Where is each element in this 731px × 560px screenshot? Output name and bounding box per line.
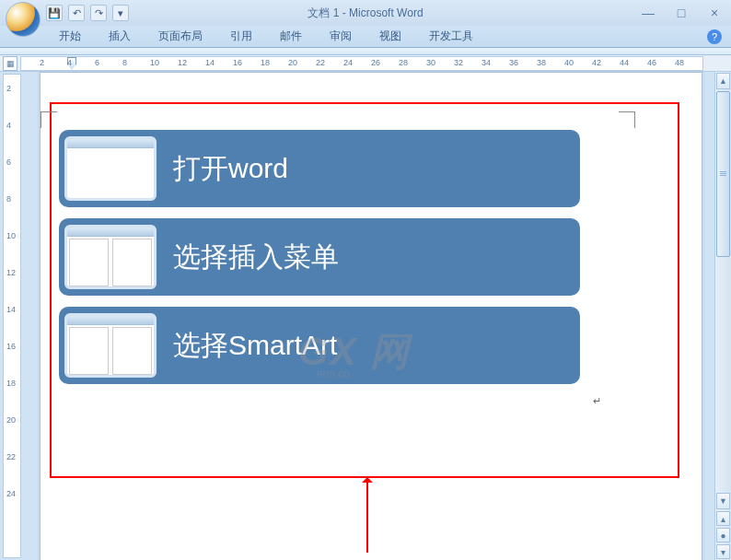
save-button[interactable]: 💾	[46, 5, 63, 21]
browse-object-button[interactable]: ●	[716, 528, 730, 542]
tab-pagelayout[interactable]: 页面布局	[145, 26, 215, 47]
ruler-tick: 6	[6, 158, 11, 167]
ruler-tick: 18	[6, 379, 16, 388]
ruler-tick: 8	[122, 58, 127, 67]
ruler-tick: 18	[261, 58, 270, 67]
document-page[interactable]: 打开word 选择插入菜单 选择SmartArt ↵ GX 网 tem.co	[40, 72, 702, 560]
ruler-tick: 2	[40, 58, 44, 67]
thumb-menu-icon	[64, 225, 157, 289]
window-controls: — □ ×	[637, 6, 725, 20]
ruler-tick: 36	[509, 58, 518, 67]
prev-page-button[interactable]: ▴	[716, 511, 730, 526]
tab-mailings[interactable]: 邮件	[267, 26, 315, 47]
smartart-text-2: 选择插入菜单	[173, 239, 339, 276]
thumb-blank-icon	[64, 136, 157, 201]
smartart-text-1: 打开word	[173, 150, 288, 188]
ruler-tick: 42	[592, 58, 601, 67]
ribbon-body	[0, 48, 731, 55]
ruler-tick: 2	[6, 84, 11, 93]
ruler-tick: 28	[399, 58, 408, 67]
ruler-tick: 16	[233, 58, 242, 67]
maximize-button[interactable]: □	[670, 6, 692, 20]
scroll-up-button[interactable]: ▲	[716, 73, 730, 89]
ruler-tick: 10	[150, 58, 159, 67]
close-button[interactable]: ×	[703, 6, 725, 20]
tab-review[interactable]: 审阅	[317, 26, 365, 47]
smartart-text-3: 选择SmartArt	[173, 327, 337, 365]
tab-references[interactable]: 引用	[217, 26, 265, 47]
scroll-down-button[interactable]: ▼	[716, 493, 730, 509]
smartart-item-2[interactable]: 选择插入菜单	[59, 218, 580, 296]
smartart-item-1[interactable]: 打开word	[59, 130, 580, 207]
ruler-tick: 10	[6, 231, 16, 240]
ruler-tick: 34	[482, 58, 491, 67]
horizontal-ruler-row: ▦ 24681012141618202224262830323436384042…	[0, 55, 731, 72]
ruler-tick: 12	[178, 58, 187, 67]
ruler-tick: 44	[620, 58, 629, 67]
annotation-arrow-icon	[366, 479, 368, 553]
ruler-tick: 20	[6, 415, 16, 425]
titlebar: 💾 ↶ ↷ ▾ 文档 1 - Microsoft Word — □ ×	[0, 0, 731, 26]
ruler-tick: 32	[454, 58, 463, 67]
margin-corner-tr	[619, 111, 635, 128]
tab-home[interactable]: 开始	[46, 26, 94, 47]
minimize-button[interactable]: —	[637, 6, 659, 20]
tab-view[interactable]: 视图	[366, 26, 414, 47]
smartart-graphic[interactable]: 打开word 选择插入菜单 选择SmartArt	[59, 130, 580, 395]
ruler-tick: 38	[537, 58, 546, 67]
window-title: 文档 1 - Microsoft Word	[307, 6, 423, 21]
ruler-tick: 22	[316, 58, 325, 67]
paragraph-mark: ↵	[593, 395, 601, 407]
ruler-tick: 20	[288, 58, 297, 67]
vertical-ruler[interactable]: 24681012141618202224	[3, 74, 21, 558]
thumb-smartart-icon	[64, 313, 157, 378]
ruler-tick: 24	[343, 58, 353, 67]
ruler-tick: 16	[6, 342, 16, 351]
ruler-tick: 6	[95, 58, 99, 67]
margin-corner-tl	[41, 111, 57, 128]
scroll-track[interactable]	[716, 91, 730, 491]
help-icon[interactable]: ?	[707, 29, 722, 44]
smartart-item-3[interactable]: 选择SmartArt	[59, 307, 580, 384]
redo-button[interactable]: ↷	[90, 5, 107, 21]
ruler-tick: 4	[67, 58, 72, 67]
ruler-tick: 26	[371, 58, 380, 67]
scroll-thumb[interactable]	[716, 91, 730, 257]
tab-insert[interactable]: 插入	[96, 26, 144, 47]
horizontal-ruler[interactable]: 2468101214161820222426283032343638404244…	[20, 56, 703, 71]
ruler-tick: 12	[6, 268, 16, 277]
ruler-tick: 14	[205, 58, 215, 67]
work-area: 24681012141618202224 打开word 选择插入菜单	[0, 72, 731, 560]
tab-selector-button[interactable]: ▦	[3, 56, 17, 71]
vertical-scrollbar[interactable]: ▲ ▼ ▴ ● ▾	[714, 72, 731, 560]
ruler-tick: 22	[6, 452, 16, 461]
ruler-tick: 8	[6, 194, 11, 204]
quick-access-toolbar: 💾 ↶ ↷ ▾	[46, 5, 129, 21]
tab-developer[interactable]: 开发工具	[416, 26, 486, 47]
ruler-tick: 14	[6, 305, 16, 314]
ruler-tick: 30	[426, 58, 435, 67]
ribbon-tabs: 开始 插入 页面布局 引用 邮件 审阅 视图 开发工具 ?	[0, 26, 731, 48]
ruler-tick: 4	[6, 121, 11, 130]
ruler-tick: 46	[647, 58, 656, 67]
undo-button[interactable]: ↶	[68, 5, 85, 21]
ruler-tick: 48	[675, 58, 684, 67]
qat-more-button[interactable]: ▾	[112, 5, 129, 21]
ruler-tick: 24	[6, 489, 16, 498]
office-button[interactable]	[6, 2, 41, 37]
browse-controls: ▴ ● ▾	[715, 510, 731, 560]
ruler-tick: 40	[564, 58, 574, 67]
next-page-button[interactable]: ▾	[716, 544, 730, 559]
